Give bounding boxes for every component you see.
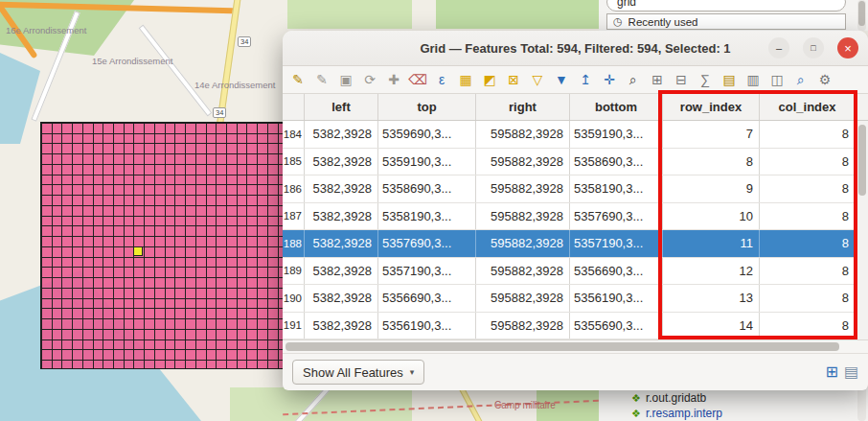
horizontal-scrollbar-thumb[interactable] bbox=[286, 342, 839, 351]
search-input[interactable] bbox=[606, 0, 846, 12]
table-row[interactable]: 1895382,39285357190,3...595882,392853566… bbox=[283, 258, 868, 286]
cell-bottom[interactable]: 5359190,3... bbox=[570, 121, 663, 148]
cell-row_index[interactable]: 8 bbox=[663, 149, 760, 175]
toggle-editing-icon[interactable]: ✎ bbox=[288, 70, 308, 89]
cell-top[interactable]: 5356190,3... bbox=[378, 313, 476, 339]
delete-selected-icon[interactable]: ⌫ bbox=[408, 70, 427, 89]
cell-row_index[interactable]: 12 bbox=[663, 258, 760, 285]
filter-form-icon[interactable]: ▼ bbox=[552, 70, 571, 89]
close-button[interactable]: × bbox=[837, 37, 858, 58]
cell-top[interactable]: 5357190,3... bbox=[378, 258, 476, 285]
cell-bottom[interactable]: 5356190,3... bbox=[570, 285, 663, 312]
cell-row_index[interactable]: 10 bbox=[663, 203, 760, 230]
field-calculator-icon[interactable]: ∑ bbox=[696, 70, 715, 89]
deselect-all-icon[interactable]: ⊠ bbox=[504, 70, 523, 89]
cell-right[interactable]: 595882,3928 bbox=[476, 313, 570, 339]
move-selection-to-top-icon[interactable]: ↥ bbox=[576, 70, 595, 89]
table-row[interactable]: 1875382,39285358190,3...595882,392853576… bbox=[283, 203, 868, 231]
cell-right[interactable]: 595882,3928 bbox=[476, 149, 570, 175]
cell-left[interactable]: 5382,3928 bbox=[305, 175, 378, 202]
select-all-icon[interactable]: ▦ bbox=[456, 70, 475, 89]
row-number[interactable]: 186 bbox=[283, 175, 305, 202]
row-number[interactable]: 191 bbox=[283, 313, 305, 339]
row-number[interactable]: 185 bbox=[283, 149, 305, 175]
vector-grid-layer[interactable] bbox=[40, 122, 297, 369]
cell-top[interactable]: 5356690,3... bbox=[378, 285, 476, 312]
table-row[interactable]: 1915382,39285356190,3...595882,392853556… bbox=[283, 313, 868, 340]
cell-col_index[interactable]: 8 bbox=[760, 285, 856, 312]
cell-col_index[interactable]: 8 bbox=[760, 175, 856, 202]
cell-bottom[interactable]: 5356690,3... bbox=[570, 258, 663, 285]
maximize-button[interactable]: □ bbox=[803, 37, 824, 58]
panel-scrollbar[interactable] bbox=[857, 387, 866, 421]
column-header-top[interactable]: top bbox=[378, 94, 476, 120]
algorithm-item[interactable]: ❖r.out.gridatb bbox=[631, 391, 706, 405]
cell-left[interactable]: 5382,3928 bbox=[305, 149, 378, 175]
new-field-icon[interactable]: ⊞ bbox=[648, 70, 667, 89]
actions-icon[interactable]: ⚙ bbox=[815, 70, 834, 89]
cell-bottom[interactable]: 5358190,3... bbox=[570, 175, 663, 202]
cell-row_index[interactable]: 7 bbox=[663, 121, 760, 148]
horizontal-scrollbar[interactable] bbox=[283, 339, 868, 353]
cell-bottom[interactable]: 5357690,3... bbox=[570, 203, 663, 230]
cell-col_index[interactable]: 8 bbox=[760, 121, 856, 148]
algorithm-item[interactable]: ❖r.resamp.interp bbox=[631, 407, 722, 420]
table-row[interactable]: 1855382,39285359190,3...595882,392853586… bbox=[283, 149, 868, 176]
column-header-left[interactable]: left bbox=[305, 94, 378, 120]
cell-top[interactable]: 5358690,3... bbox=[378, 175, 476, 202]
cell-left[interactable]: 5382,3928 bbox=[305, 258, 378, 285]
vertical-scrollbar[interactable] bbox=[856, 121, 868, 339]
cell-col_index[interactable]: 8 bbox=[760, 258, 856, 285]
panel-scrollbar[interactable] bbox=[857, 0, 866, 31]
table-view-icon[interactable]: ⊞ bbox=[825, 364, 837, 380]
cell-right[interactable]: 595882,3928 bbox=[476, 285, 570, 312]
vertical-scrollbar-thumb[interactable] bbox=[858, 125, 866, 196]
row-number[interactable]: 187 bbox=[283, 203, 305, 230]
organize-columns-icon[interactable]: ▥ bbox=[743, 70, 763, 89]
row-number[interactable]: 184 bbox=[283, 121, 305, 148]
table-row[interactable]: 1845382,39285359690,3...595882,392853591… bbox=[283, 121, 868, 149]
cell-top[interactable]: 5357690,3... bbox=[378, 230, 476, 257]
cell-left[interactable]: 5382,3928 bbox=[305, 313, 378, 339]
table-row[interactable]: 1885382,39285357690,3...595882,392853571… bbox=[283, 230, 868, 258]
cell-top[interactable]: 5359690,3... bbox=[378, 121, 476, 148]
reload-table-icon[interactable]: ⟳ bbox=[360, 70, 379, 89]
select-by-form-icon[interactable]: ▽ bbox=[528, 70, 547, 89]
delete-field-icon[interactable]: ⊟ bbox=[672, 70, 691, 89]
table-row[interactable]: 1905382,39285356690,3...595882,392853561… bbox=[283, 285, 868, 313]
recently-used-group[interactable]: ◷ Recently used bbox=[606, 13, 846, 30]
cell-col_index[interactable]: 8 bbox=[760, 313, 856, 339]
cell-left[interactable]: 5382,3928 bbox=[305, 230, 378, 257]
cell-top[interactable]: 5358190,3... bbox=[378, 203, 476, 230]
cell-left[interactable]: 5382,3928 bbox=[305, 121, 378, 148]
cell-row_index[interactable]: 9 bbox=[663, 175, 760, 202]
row-number[interactable]: 188 bbox=[283, 230, 305, 257]
cell-col_index[interactable]: 8 bbox=[760, 203, 856, 230]
pan-to-selection-icon[interactable]: ✛ bbox=[600, 70, 619, 89]
cell-top[interactable]: 5359190,3... bbox=[378, 149, 476, 175]
column-header-bottom[interactable]: bottom bbox=[570, 94, 663, 120]
cell-right[interactable]: 595882,3928 bbox=[476, 230, 570, 257]
multi-edit-mode-icon[interactable]: ✎ bbox=[312, 70, 331, 89]
cell-right[interactable]: 595882,3928 bbox=[476, 121, 570, 148]
table-row[interactable]: 1865382,39285358690,3...595882,392853581… bbox=[283, 175, 868, 203]
add-feature-icon[interactable]: ✚ bbox=[384, 70, 403, 89]
feature-filter-button[interactable]: Show All Features ▾ bbox=[292, 360, 424, 385]
cell-col_index[interactable]: 8 bbox=[760, 149, 856, 175]
row-number[interactable]: 190 bbox=[283, 285, 305, 312]
cell-row_index[interactable]: 11 bbox=[663, 230, 760, 257]
column-header-col_index[interactable]: col_index bbox=[760, 94, 856, 120]
zoom-to-selection-icon[interactable]: ⌕ bbox=[624, 70, 643, 89]
cell-row_index[interactable]: 13 bbox=[663, 285, 760, 312]
zoom-map-icon[interactable]: ⌕ bbox=[791, 70, 811, 89]
cell-left[interactable]: 5382,3928 bbox=[305, 203, 378, 230]
dock-table-icon[interactable]: ◫ bbox=[767, 70, 787, 89]
column-header-row_index[interactable]: row_index bbox=[663, 94, 760, 120]
column-header-right[interactable]: right bbox=[476, 94, 570, 120]
cell-right[interactable]: 595882,3928 bbox=[476, 175, 570, 202]
invert-selection-icon[interactable]: ◩ bbox=[480, 70, 499, 89]
form-view-icon[interactable]: ▤ bbox=[844, 364, 858, 380]
cell-col_index[interactable]: 8 bbox=[760, 230, 856, 257]
select-by-expression-icon[interactable]: ε bbox=[432, 70, 451, 89]
save-edits-icon[interactable]: ▣ bbox=[336, 70, 355, 89]
